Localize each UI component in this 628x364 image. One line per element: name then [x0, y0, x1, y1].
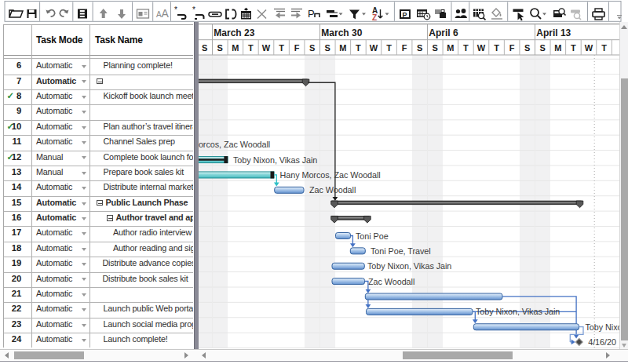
svg-text:S: S	[309, 43, 315, 53]
svg-text:M: M	[339, 43, 346, 53]
svg-text:T: T	[494, 43, 499, 53]
svg-text:Hany Morcos, Zac Woodall: Hany Morcos, Zac Woodall	[279, 170, 380, 180]
svg-text:Toni Poe, Travel: Toni Poe, Travel	[371, 246, 431, 256]
svg-text:Toby Nixon, Vikas Jain: Toby Nixon, Vikas Jain	[585, 322, 619, 332]
svg-text:S: S	[202, 43, 207, 53]
svg-text:Toby Nixon, Vikas Jain: Toby Nixon, Vikas Jain	[233, 155, 317, 165]
svg-text:T: T	[601, 43, 607, 53]
svg-text:March 30: March 30	[321, 27, 362, 38]
svg-text:March 23: March 23	[214, 27, 254, 38]
svg-text:F: F	[509, 43, 514, 53]
svg-text:Hany Morcos, Zac Woodall: Hany Morcos, Zac Woodall	[199, 140, 270, 149]
svg-text:M: M	[447, 43, 454, 53]
svg-text:A: A	[162, 7, 170, 20]
svg-text:April 13: April 13	[536, 27, 571, 38]
svg-text:Toni Poe: Toni Poe	[356, 231, 389, 241]
svg-text:April 6: April 6	[429, 27, 458, 38]
svg-text:W: W	[261, 43, 270, 53]
svg-text:F: F	[401, 43, 407, 53]
svg-text:W: W	[584, 43, 593, 53]
svg-text:Z: Z	[372, 13, 377, 22]
svg-text:S: S	[539, 43, 545, 53]
svg-text:S: S	[324, 43, 330, 53]
svg-text:P: P	[308, 8, 315, 20]
svg-text:M: M	[232, 43, 239, 53]
svg-text:T: T	[356, 43, 361, 53]
svg-text:S: S	[417, 43, 422, 53]
svg-text:T: T	[571, 43, 576, 53]
svg-text:T: T	[463, 43, 469, 53]
svg-text:*: *	[174, 5, 177, 14]
svg-text:W: W	[476, 43, 485, 53]
svg-text:Toby Nixon, Vikas Jain: Toby Nixon, Vikas Jain	[367, 261, 451, 271]
svg-text:T: T	[279, 43, 284, 53]
svg-text:*: *	[192, 5, 195, 14]
svg-text:T: T	[386, 43, 392, 53]
svg-text:4/16/20: 4/16/20	[588, 337, 616, 347]
svg-text:M: M	[554, 43, 561, 53]
svg-text:Zac Woodall: Zac Woodall	[309, 185, 356, 195]
svg-text:F: F	[294, 43, 299, 53]
svg-text:S: S	[524, 43, 530, 53]
svg-text:T: T	[248, 43, 254, 53]
svg-text:W: W	[369, 43, 378, 53]
svg-text:Zac Woodall: Zac Woodall	[368, 277, 414, 286]
svg-text:S: S	[432, 43, 437, 53]
svg-text:P: P	[403, 11, 407, 19]
svg-text:Toby Nixon, Vikas Jain: Toby Nixon, Vikas Jain	[476, 307, 560, 316]
svg-text:S: S	[217, 43, 222, 53]
